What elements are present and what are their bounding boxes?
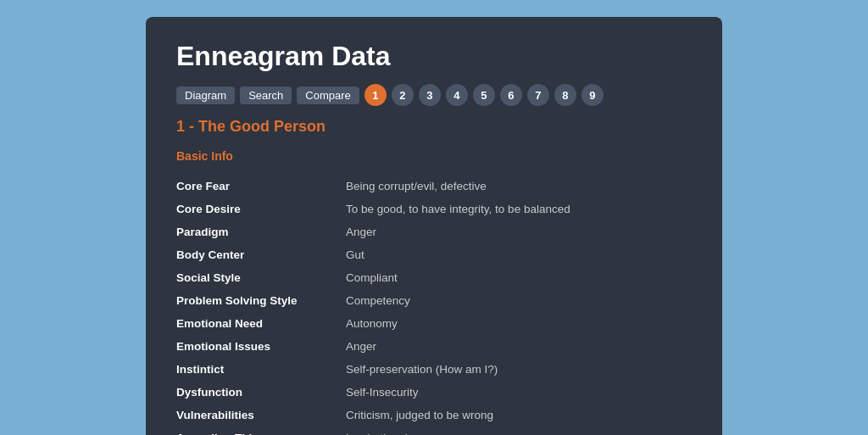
table-row: DysfunctionSelf-Insecurity	[176, 381, 692, 404]
number-btn-2[interactable]: 2	[392, 84, 414, 106]
number-btn-1[interactable]: 1	[364, 84, 387, 106]
table-row: ParadigmAnger	[176, 220, 692, 243]
row-value: Compliant	[346, 266, 692, 289]
row-label: Core Fear	[176, 175, 346, 198]
number-btn-5[interactable]: 5	[473, 84, 495, 106]
table-row: InstintictSelf-preservation (How am I?)	[176, 358, 692, 381]
row-value: Anger	[346, 335, 692, 358]
basic-info-heading: Basic Info	[176, 149, 692, 163]
number-btn-3[interactable]: 3	[419, 84, 441, 106]
row-label: Dysfunction	[176, 381, 346, 404]
row-value: Anger	[346, 220, 692, 243]
row-label: Social Style	[176, 266, 346, 289]
row-value: Being corrupt/evil, defective	[346, 175, 692, 198]
table-row: Problem Solving StyleCompetency	[176, 289, 692, 312]
row-value: Criticism, judged to be wrong	[346, 404, 692, 427]
row-label: Paradigm	[176, 220, 346, 243]
table-row: Body CenterGut	[176, 243, 692, 266]
row-value: Self-preservation (How am I?)	[346, 358, 692, 381]
number-btn-4[interactable]: 4	[446, 84, 468, 106]
main-card: Enneagram Data Diagram Search Compare 1 …	[146, 17, 722, 435]
row-value: Autonomy	[346, 312, 692, 335]
row-label: Vulnerabilities	[176, 404, 346, 427]
row-value: Self-Insecurity	[346, 381, 692, 404]
table-row: Emotional NeedAutonomy	[176, 312, 692, 335]
toolbar: Diagram Search Compare 1 2 3 4 5 6 7 8 9	[176, 84, 692, 106]
app-title: Enneagram Data	[176, 41, 692, 72]
table-row: VulnerabilitiesCriticism, judged to be w…	[176, 404, 692, 427]
row-label: Emotional Issues	[176, 335, 346, 358]
row-label: Core Desire	[176, 198, 346, 220]
row-label: Problem Solving Style	[176, 289, 346, 312]
table-row: Core FearBeing corrupt/evil, defective	[176, 175, 692, 198]
basic-info-table: Core FearBeing corrupt/evil, defectiveCo…	[176, 175, 692, 435]
table-row: Social StyleCompliant	[176, 266, 692, 289]
row-value: Competency	[346, 289, 692, 312]
row-value: Inspirational	[346, 427, 692, 435]
diagram-button[interactable]: Diagram	[176, 86, 235, 104]
row-label: Body Center	[176, 243, 346, 266]
row-label: Appealing Things	[176, 427, 346, 435]
row-label: Emotional Need	[176, 312, 346, 335]
table-row: Core DesireTo be good, to have integrity…	[176, 198, 692, 220]
number-btn-7[interactable]: 7	[527, 84, 549, 106]
compare-button[interactable]: Compare	[297, 86, 359, 104]
number-btn-9[interactable]: 9	[581, 84, 604, 106]
row-value: Gut	[346, 243, 692, 266]
table-row: Emotional IssuesAnger	[176, 335, 692, 358]
number-btn-8[interactable]: 8	[554, 84, 576, 106]
number-btn-6[interactable]: 6	[500, 84, 522, 106]
search-button[interactable]: Search	[240, 86, 292, 104]
row-label: Instintict	[176, 358, 346, 381]
type-heading: 1 - The Good Person	[176, 118, 692, 136]
table-row: Appealing ThingsInspirational	[176, 427, 692, 435]
row-value: To be good, to have integrity, to be bal…	[346, 198, 692, 220]
